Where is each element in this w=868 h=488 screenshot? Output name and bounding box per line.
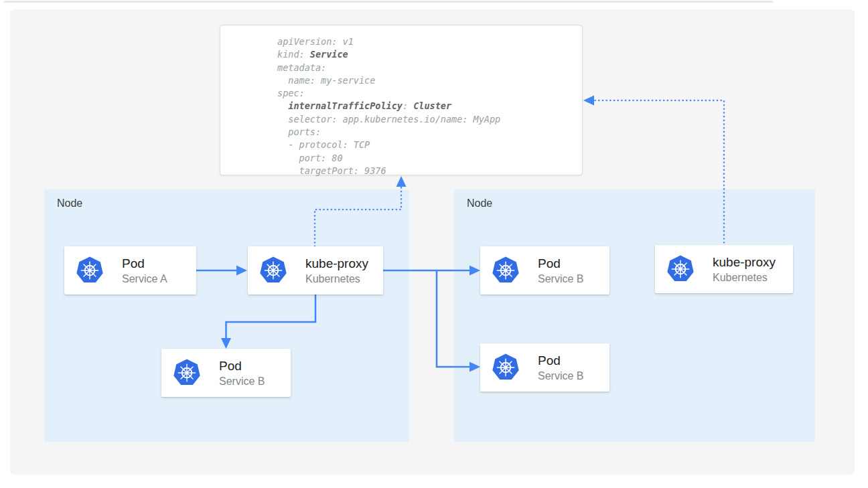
card-title: Pod <box>538 353 583 369</box>
yaml-seg: : <box>403 100 413 111</box>
yaml-seg: apiVersion: v1 <box>277 36 354 47</box>
yaml-seg <box>277 100 288 111</box>
yaml-line: port: 80 <box>277 152 575 165</box>
yaml-seg: internalTrafficPolicy <box>288 100 403 111</box>
yaml-line: internalTrafficPolicy: Cluster <box>277 100 575 112</box>
node-box-right: Node <box>454 189 815 442</box>
yaml-line: metadata: <box>277 62 575 74</box>
yaml-seg: name: my-service <box>277 75 375 86</box>
yaml-line: kind: Service <box>277 48 575 61</box>
pod-card-service-a: Pod Service A <box>64 246 196 295</box>
node-label: Node <box>467 197 492 210</box>
yaml-seg: Service <box>310 49 348 60</box>
page-background: Node Node apiVersion: <box>0 0 868 488</box>
node-box-left: Node <box>44 189 409 442</box>
kubernetes-wheel-icon <box>490 353 521 382</box>
yaml-seg: - protocol: TCP <box>277 139 370 150</box>
card-title: Pod <box>219 358 265 374</box>
yaml-seg: selector: app.kubernetes.io/name: MyApp <box>277 114 500 125</box>
top-divider <box>4 1 773 3</box>
yaml-line: spec: <box>277 87 575 100</box>
card-subtitle: Kubernetes <box>305 272 368 286</box>
yaml-line: ports: <box>277 126 575 139</box>
yaml-seg: spec: <box>277 88 305 98</box>
kubernetes-wheel-icon <box>490 256 521 285</box>
card-title: Pod <box>122 256 167 272</box>
kubernetes-wheel-icon <box>665 254 696 284</box>
card-title: Pod <box>538 256 583 272</box>
kubernetes-wheel-icon <box>74 256 105 285</box>
card-subtitle: Service A <box>122 272 167 286</box>
yaml-seg: port: 80 <box>277 153 343 163</box>
yaml-line: apiVersion: v1 <box>277 35 575 48</box>
card-subtitle: Kubernetes <box>713 270 776 284</box>
pod-card-service-b-left: Pod Service B <box>161 349 291 397</box>
yaml-seg: targetPort: 9376 <box>277 165 386 176</box>
kubernetes-wheel-icon <box>171 358 202 388</box>
kube-proxy-card-right: kube-proxy Kubernetes <box>655 245 793 293</box>
yaml-seg: metadata: <box>277 62 326 73</box>
kube-proxy-card-left: kube-proxy Kubernetes <box>248 246 383 295</box>
kubernetes-wheel-icon <box>258 256 289 285</box>
card-title: kube-proxy <box>305 256 368 272</box>
card-title: kube-proxy <box>713 254 776 270</box>
yaml-line: name: my-service <box>277 74 575 87</box>
pod-card-service-b-bottom-right: Pod Service B <box>480 343 609 392</box>
card-subtitle: Service B <box>538 272 583 286</box>
card-subtitle: Service B <box>538 369 583 383</box>
service-yaml-card: apiVersion: v1 kind: Service metadata: n… <box>220 25 583 175</box>
card-subtitle: Service B <box>219 374 265 388</box>
yaml-line: - protocol: TCP <box>277 139 575 151</box>
yaml-line: targetPort: 9376 <box>277 165 575 177</box>
yaml-seg: Cluster <box>413 100 451 111</box>
yaml-seg: ports: <box>277 127 321 137</box>
node-label: Node <box>57 197 82 210</box>
yaml-seg: kind: <box>277 49 310 60</box>
yaml-line: selector: app.kubernetes.io/name: MyApp <box>277 113 575 126</box>
pod-card-service-b-top-right: Pod Service B <box>480 246 609 295</box>
